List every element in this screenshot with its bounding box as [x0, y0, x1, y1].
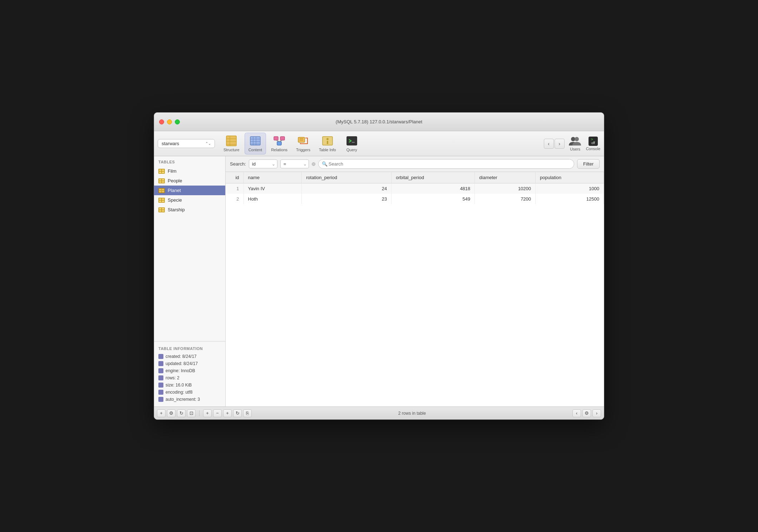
cell-id: 2 [226, 194, 243, 204]
info-icon [158, 390, 163, 395]
close-button[interactable] [159, 119, 164, 124]
cell-name: Hoth [243, 194, 302, 204]
cell-rotation: 23 [302, 194, 392, 204]
query-button[interactable]: Query [341, 133, 363, 154]
search-input[interactable] [318, 159, 574, 169]
col-name[interactable]: name [243, 172, 302, 183]
sidebar-item-planet[interactable]: Planet [154, 186, 225, 195]
field-selector[interactable]: id name [249, 159, 277, 168]
info-icon [158, 397, 163, 402]
maximize-button[interactable] [175, 119, 180, 124]
sidebar: TABLES Film People [154, 156, 226, 407]
info-icon [158, 375, 163, 380]
divider [199, 410, 200, 416]
toolbar-right: ‹ › Users >_ off Console [544, 136, 600, 151]
table-icon [158, 188, 165, 193]
relations-icon [274, 135, 285, 147]
col-rotation-period[interactable]: rotation_period [302, 172, 392, 183]
svg-rect-11 [274, 137, 278, 140]
col-population[interactable]: population [536, 172, 604, 183]
info-engine-label: engine: InnoDB [166, 368, 195, 373]
traffic-lights [159, 119, 180, 124]
sidebar-item-label: Film [168, 168, 177, 174]
info-created-label: created: 8/24/17 [166, 354, 197, 359]
row-count-label: 2 rows in table [398, 411, 426, 416]
filter-button[interactable]: Filter [577, 159, 600, 169]
content-button[interactable]: Content [245, 133, 266, 154]
info-created: created: 8/24/17 [154, 353, 225, 360]
col-diameter[interactable]: diameter [475, 172, 536, 183]
info-updated-label: updated: 8/24/17 [166, 361, 198, 366]
info-engine: engine: InnoDB [154, 367, 225, 374]
tableinfo-button[interactable]: Table Info [315, 133, 340, 154]
cell-diameter: 10200 [475, 183, 536, 194]
cell-diameter: 7200 [475, 194, 536, 204]
data-table: id name rotation_period orbital_period d… [226, 172, 604, 204]
svg-rect-13 [277, 142, 281, 145]
sidebar-item-people[interactable]: People [154, 176, 225, 186]
row-count: 2 rows in table [252, 411, 572, 416]
info-rows-label: rows: 2 [166, 375, 179, 380]
users-button[interactable]: Users [569, 136, 582, 151]
operator-selector-wrapper: = != LIKE [280, 159, 309, 168]
reload-button[interactable]: ↻ [233, 409, 242, 417]
svg-point-25 [575, 137, 579, 141]
sidebar-item-label: Planet [168, 188, 181, 193]
next-page-button[interactable]: › [592, 409, 601, 417]
console-button[interactable]: >_ off Console [586, 137, 600, 151]
users-icon [569, 136, 582, 146]
table-icon [158, 178, 165, 183]
minimize-button[interactable] [167, 119, 172, 124]
copy-button[interactable]: ⎘ [243, 409, 252, 417]
info-icon [158, 368, 163, 373]
window-title: (MySQL 5.7.18) 127.0.0.1/starwars/Planet [336, 119, 422, 124]
svg-rect-21 [327, 141, 328, 144]
table-icon [158, 198, 165, 203]
info-size: size: 16.0 KiB [154, 381, 225, 389]
data-table-wrapper[interactable]: id name rotation_period orbital_period d… [226, 172, 604, 407]
nav-back-button[interactable]: ‹ [544, 139, 554, 149]
content-area: Search: id name = != LIKE 🔍 [226, 156, 604, 407]
search-input-wrapper: 🔍 [318, 159, 574, 169]
filter-toggle-button[interactable]: ⊡ [187, 409, 196, 417]
cell-rotation: 24 [302, 183, 392, 194]
database-selector[interactable]: starwars ⌃⌄ [158, 139, 215, 148]
info-auto-increment: auto_increment: 3 [154, 396, 225, 403]
cell-id: 1 [226, 183, 243, 194]
info-rows: rows: 2 [154, 374, 225, 381]
info-auto-increment-label: auto_increment: 3 [166, 397, 200, 402]
operator-selector[interactable]: = != LIKE [280, 159, 309, 168]
bottom-right-controls: ‹ ⚙ › [572, 409, 601, 417]
col-id[interactable]: id [226, 172, 243, 183]
svg-rect-12 [280, 137, 285, 140]
tableinfo-icon [322, 135, 333, 147]
sidebar-item-film[interactable]: Film [154, 166, 225, 176]
structure-icon [226, 135, 237, 147]
cell-population: 1000 [536, 183, 604, 194]
triggers-button[interactable]: Triggers [292, 133, 314, 154]
delete-button[interactable]: − [213, 409, 222, 417]
insert-button[interactable]: + [203, 409, 212, 417]
relations-button[interactable]: Relations [267, 133, 291, 154]
settings-button[interactable]: ⚙ [167, 409, 176, 417]
triggers-label: Triggers [296, 148, 310, 152]
table-row[interactable]: 2 Hoth 23 549 7200 12500 [226, 194, 604, 204]
prev-page-button[interactable]: ‹ [572, 409, 581, 417]
refresh-button[interactable]: ↻ [177, 409, 186, 417]
sidebar-item-starship[interactable]: Starship [154, 205, 225, 215]
nav-forward-button[interactable]: › [555, 139, 565, 149]
add-row-button[interactable]: + [157, 409, 166, 417]
table-row[interactable]: 1 Yavin IV 24 4818 10200 1000 [226, 183, 604, 194]
query-label: Query [346, 148, 357, 152]
bottom-left-controls: + ⚙ ↻ ⊡ + − + ↻ ⎘ [157, 409, 252, 417]
page-settings-button[interactable]: ⚙ [582, 409, 591, 417]
col-orbital-period[interactable]: orbital_period [392, 172, 475, 183]
search-icon: 🔍 [322, 161, 328, 167]
titlebar: (MySQL 5.7.18) 127.0.0.1/starwars/Planet [154, 113, 604, 131]
nav-buttons: ‹ › [544, 139, 565, 149]
structure-button[interactable]: Structure [220, 133, 243, 154]
sidebar-item-label: People [168, 178, 182, 183]
duplicate-button[interactable]: + [223, 409, 232, 417]
sidebar-item-specie[interactable]: Specie [154, 195, 225, 205]
svg-point-20 [326, 138, 329, 140]
